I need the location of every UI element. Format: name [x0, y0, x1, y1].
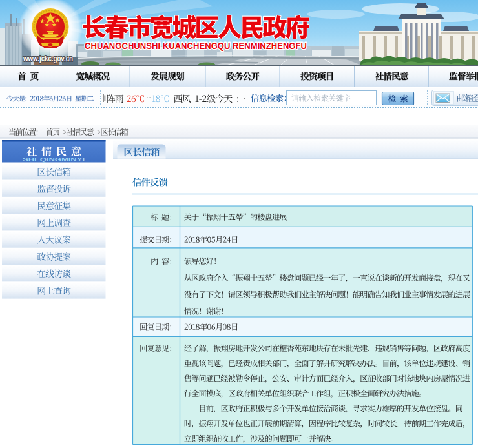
svg-text:CHUANGCHUNSHI KUANCHENGQU RENM: CHUANGCHUNSHI KUANCHENGQU RENMINZHENGFU [85, 40, 307, 51]
svg-text:SHEQINGMINYI: SHEQINGMINYI [23, 156, 85, 163]
svg-text:www.jckc.gov.cn: www.jckc.gov.cn [23, 54, 73, 63]
